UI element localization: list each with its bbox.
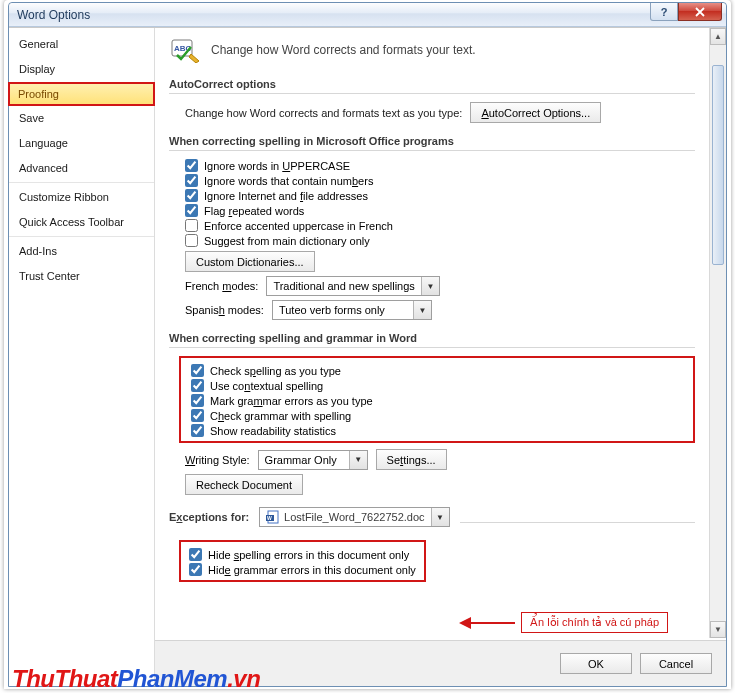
ok-button[interactable]: OK: [560, 653, 632, 674]
sidebar-item-addins[interactable]: Add-Ins: [9, 239, 154, 264]
titlebar: Word Options: [9, 3, 726, 27]
lbl-hide-grammar: Hide grammar errors in this document onl…: [208, 564, 416, 576]
window-title: Word Options: [17, 8, 90, 22]
headline-text: Change how Word corrects and formats you…: [211, 43, 476, 57]
chk-flag-repeated[interactable]: [185, 204, 198, 217]
chk-contextual[interactable]: [191, 379, 204, 392]
lbl-grammar-with-spell: Check grammar with spelling: [210, 410, 351, 422]
word-options-window: Word Options General Display Proofing Sa…: [8, 2, 727, 687]
exceptions-label: Exceptions for:: [169, 511, 249, 523]
proofing-icon: ABC: [171, 36, 201, 64]
spanish-modes-select[interactable]: Tuteo verb forms only ▼: [272, 300, 432, 320]
sidebar-item-proofing[interactable]: Proofing: [8, 82, 155, 106]
section-office-spelling-title: When correcting spelling in Microsoft Of…: [169, 131, 695, 151]
chk-hide-grammar[interactable]: [189, 563, 202, 576]
annotation-arrow-icon: [457, 613, 517, 638]
chk-enforce-accented[interactable]: [185, 219, 198, 232]
lbl-spell-as-type: Check spelling as you type: [210, 365, 341, 377]
lbl-grammar-as-type: Mark grammar errors as you type: [210, 395, 373, 407]
sidebar-item-general[interactable]: General: [9, 32, 154, 57]
chk-main-dict[interactable]: [185, 234, 198, 247]
recheck-document-button[interactable]: Recheck Document: [185, 474, 303, 495]
writing-style-select[interactable]: Grammar Only ▼: [258, 450, 368, 470]
lbl-contextual: Use contextual spelling: [210, 380, 323, 392]
lbl-ignore-numbers: Ignore words that contain numbers: [204, 175, 373, 187]
writing-style-label: Writing Style:: [185, 454, 250, 466]
lbl-readability: Show readability statistics: [210, 425, 336, 437]
annotation-text: Ẩn lỗi chính tả và cú pháp: [521, 612, 668, 633]
chk-ignore-uppercase[interactable]: [185, 159, 198, 172]
spanish-modes-label: Spanish modes:: [185, 304, 264, 316]
sidebar-item-language[interactable]: Language: [9, 131, 154, 156]
chk-spell-as-type[interactable]: [191, 364, 204, 377]
section-word-spelling-title: When correcting spelling and grammar in …: [169, 328, 695, 348]
chk-readability[interactable]: [191, 424, 204, 437]
highlight-box-spelling: Check spelling as you type Use contextua…: [179, 356, 695, 443]
highlight-box-exceptions: Hide spelling errors in this document on…: [179, 540, 426, 582]
sidebar-item-display[interactable]: Display: [9, 57, 154, 82]
lbl-ignore-internet: Ignore Internet and file addresses: [204, 190, 368, 202]
settings-button[interactable]: Settings...: [376, 449, 447, 470]
sidebar: General Display Proofing Save Language A…: [9, 28, 155, 686]
word-document-icon: W: [266, 510, 280, 524]
sidebar-item-customize-ribbon[interactable]: Customize Ribbon: [9, 185, 154, 210]
french-modes-label: French modes:: [185, 280, 258, 292]
french-modes-select[interactable]: Traditional and new spellings ▼: [266, 276, 439, 296]
section-autocorrect-title: AutoCorrect options: [169, 74, 695, 94]
cancel-button[interactable]: Cancel: [640, 653, 712, 674]
help-button[interactable]: [650, 3, 678, 21]
autocorrect-desc: Change how Word corrects and formats tex…: [185, 107, 462, 119]
sidebar-item-quick-access[interactable]: Quick Access Toolbar: [9, 210, 154, 237]
lbl-ignore-uppercase: Ignore words in UPPERCASE: [204, 160, 350, 172]
scroll-up-icon[interactable]: ▲: [710, 28, 726, 45]
exceptions-document-select[interactable]: W LostFile_Word_7622752.doc ▼: [259, 507, 449, 527]
watermark: ThuThuatPhanMem.vn: [12, 665, 260, 693]
lbl-flag-repeated: Flag repeated words: [204, 205, 304, 217]
vertical-scrollbar[interactable]: ▲ ▼: [709, 28, 726, 638]
close-button[interactable]: [678, 3, 722, 21]
sidebar-item-save[interactable]: Save: [9, 106, 154, 131]
sidebar-item-advanced[interactable]: Advanced: [9, 156, 154, 183]
chk-ignore-internet[interactable]: [185, 189, 198, 202]
lbl-main-dict: Suggest from main dictionary only: [204, 235, 370, 247]
custom-dictionaries-button[interactable]: Custom Dictionaries...: [185, 251, 315, 272]
sidebar-item-trust-center[interactable]: Trust Center: [9, 264, 154, 289]
chevron-down-icon: ▼: [431, 508, 449, 526]
autocorrect-options-button[interactable]: AutoCorrect Options...: [470, 102, 601, 123]
svg-text:W: W: [267, 515, 272, 521]
chk-ignore-numbers[interactable]: [185, 174, 198, 187]
scroll-down-icon[interactable]: ▼: [710, 621, 726, 638]
scroll-thumb[interactable]: [712, 65, 724, 265]
chk-hide-spelling[interactable]: [189, 548, 202, 561]
lbl-hide-spelling: Hide spelling errors in this document on…: [208, 549, 409, 561]
chk-grammar-as-type[interactable]: [191, 394, 204, 407]
main-pane: ABC Change how Word corrects and formats…: [155, 28, 726, 686]
chevron-down-icon: ▼: [349, 451, 367, 469]
chevron-down-icon: ▼: [413, 301, 431, 319]
lbl-enforce-accented: Enforce accented uppercase in French: [204, 220, 393, 232]
chk-grammar-with-spell[interactable]: [191, 409, 204, 422]
chevron-down-icon: ▼: [421, 277, 439, 295]
